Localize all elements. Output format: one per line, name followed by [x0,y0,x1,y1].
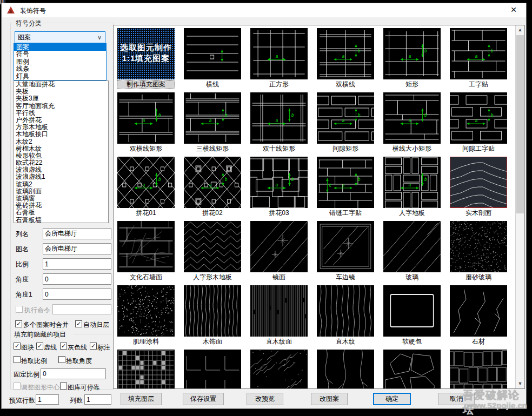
list-item-8[interactable]: 木纹2 [14,138,108,145]
field-input-2[interactable] [43,258,111,270]
pattern-thumb-21[interactable] [317,221,374,272]
pattern-label-6[interactable]: 双横线矩形 [117,145,175,153]
scrollbar-thumb[interactable] [516,35,524,213]
pattern-thumb-32[interactable] [250,350,308,389]
pattern-label-1[interactable]: 横线 [184,80,241,89]
pattern-thumb-26[interactable] [250,285,308,337]
pattern-label-16[interactable]: 人字地板 [383,209,441,217]
checkbox-pick-0[interactable] [14,356,21,363]
pattern-label-12[interactable]: 拼花01 [117,209,175,217]
pattern-label-15[interactable]: 错缝工字贴 [317,209,374,217]
pattern-label-24[interactable]: 肌理涂料 [117,338,175,346]
field-input-1[interactable] [43,243,111,254]
pattern-thumb-33[interactable] [317,350,374,389]
pattern-thumb-4[interactable]: ab [383,28,441,79]
pattern-label-26[interactable]: 直木纹面 [250,338,308,346]
pattern-label-7[interactable]: 三横线矩形 [184,145,241,153]
checkbox-dockable-library[interactable] [60,383,67,390]
close-icon[interactable]: × [508,4,519,16]
pattern-thumb-11[interactable]: ab [450,92,507,144]
list-item-14[interactable]: 玻璃2 [14,181,108,188]
dropdown-item-1[interactable]: 符号 [14,51,106,58]
field-input-3[interactable] [43,273,111,285]
pattern-thumb-28[interactable] [383,285,441,337]
pattern-label-18[interactable]: 文化石墙面 [117,273,175,281]
dropdown-item-3[interactable]: 线条 [14,65,106,72]
pattern-thumb-34[interactable] [383,350,441,389]
pattern-thumb-23[interactable] [450,221,507,272]
pattern-thumb-2[interactable]: a [250,28,308,79]
pattern-label-19[interactable]: 人字形木地板 [184,273,241,281]
pattern-label-23[interactable]: 磨砂玻璃 [450,273,507,281]
pattern-label-9[interactable]: 间隙矩形 [317,145,374,153]
list-item-18[interactable]: 石膏板 [14,209,108,216]
pattern-thumb-6[interactable]: ab [117,92,175,144]
checkbox-hide-1[interactable]: ✓ [36,343,43,350]
pattern-thumb-17[interactable] [450,157,507,208]
pattern-label-17[interactable]: 实木剖面 [450,209,507,217]
button-ok[interactable]: 确定 [373,393,411,405]
preview-rows-input[interactable] [36,394,59,405]
pattern-label-28[interactable]: 软硬包 [383,338,441,346]
list-item-2[interactable]: 夹板3厘 [14,95,108,102]
pattern-label-5[interactable]: 工字贴 [450,80,507,89]
dropdown-item-2[interactable]: 图例 [14,58,106,65]
pattern-label-21[interactable]: 车边镜 [317,273,374,281]
checkbox-execute-command[interactable] [16,306,23,313]
list-item-7[interactable]: 木地板接口 [14,131,108,138]
pattern-thumb-16[interactable]: ab [383,157,441,208]
pattern-thumb-25[interactable] [184,285,241,337]
pattern-thumb-0[interactable]: 选取图元制作1:1填充图案 [117,28,175,79]
field-input-0[interactable] [43,228,111,239]
pattern-thumb-1[interactable] [184,28,241,79]
pattern-label-22[interactable]: 玻璃 [383,273,441,281]
dropdown-item-4[interactable]: 灯具 [14,73,106,80]
pattern-thumb-30[interactable] [117,350,175,389]
pattern-thumb-5[interactable]: ab [450,28,507,79]
pattern-label-11[interactable]: 间隙工字贴 [450,145,507,153]
pattern-label-20[interactable]: 镜面 [250,273,308,281]
checkbox-merge-patterns[interactable]: ✓ [15,320,22,327]
pattern-thumb-27[interactable] [317,285,374,337]
checkbox-hide-2[interactable]: ✓ [60,343,67,350]
fixed-scale-input[interactable] [41,368,106,379]
list-item-19[interactable]: 石膏板墙 [14,217,108,223]
pattern-name-listbox[interactable]: 大堂地面拼花夹板夹板3厘客厅地面填充平行线户外拼花方形木地板木地板接口木纹2树榴… [14,80,109,223]
pattern-thumb-3[interactable]: ab [317,28,374,79]
execute-command-input[interactable] [52,304,111,314]
list-item-13[interactable]: 波浪虚线1 [14,173,108,180]
pattern-thumb-9[interactable]: ab [317,92,374,144]
pattern-thumb-8[interactable]: ab [250,92,308,144]
pattern-thumb-31[interactable] [184,350,241,389]
pattern-thumb-10[interactable]: ab [383,92,441,144]
gallery-scrollbar[interactable]: ▲ ▼ [515,25,524,388]
scroll-down-icon[interactable]: ▼ [516,379,524,388]
pattern-label-14[interactable]: 拼花03 [250,209,308,217]
pattern-label-8[interactable]: 双十线矩形 [250,145,308,153]
pattern-label-25[interactable]: 木饰面 [184,338,241,346]
list-item-9[interactable]: 树榴木纹 [14,145,108,152]
pattern-label-13[interactable]: 拼花02 [184,209,241,217]
list-item-3[interactable]: 客厅地面填充 [14,103,108,110]
list-item-4[interactable]: 平行线 [14,110,108,117]
pattern-thumb-15[interactable]: abc [317,157,374,208]
button-1[interactable]: 保存设置 [183,393,224,405]
checkbox-adjust-center[interactable] [14,383,21,390]
scroll-up-icon[interactable]: ▲ [516,25,524,35]
category-combobox[interactable]: 图案 ∨ [15,31,105,43]
checkbox-hide-0[interactable]: ✓ [14,343,21,350]
pattern-thumb-18[interactable] [117,221,175,272]
checkbox-pick-1[interactable] [58,356,65,363]
pattern-label-29[interactable]: 石材 [450,338,507,346]
pattern-label-10[interactable]: 横线大小矩形 [383,145,441,153]
preview-cols-input[interactable] [84,394,111,405]
pattern-thumb-22[interactable] [383,221,441,272]
dropdown-item-0[interactable]: 图案 [14,44,106,51]
pattern-thumb-14[interactable]: ab [250,157,308,208]
pattern-thumb-20[interactable] [250,221,308,272]
button-2[interactable]: 改预览 [247,393,283,405]
field-input-4[interactable] [43,288,111,300]
button-0[interactable]: 填充图层 [121,393,162,405]
pattern-label-27[interactable]: 直木纹 [317,338,374,346]
pattern-thumb-29[interactable] [450,285,507,337]
